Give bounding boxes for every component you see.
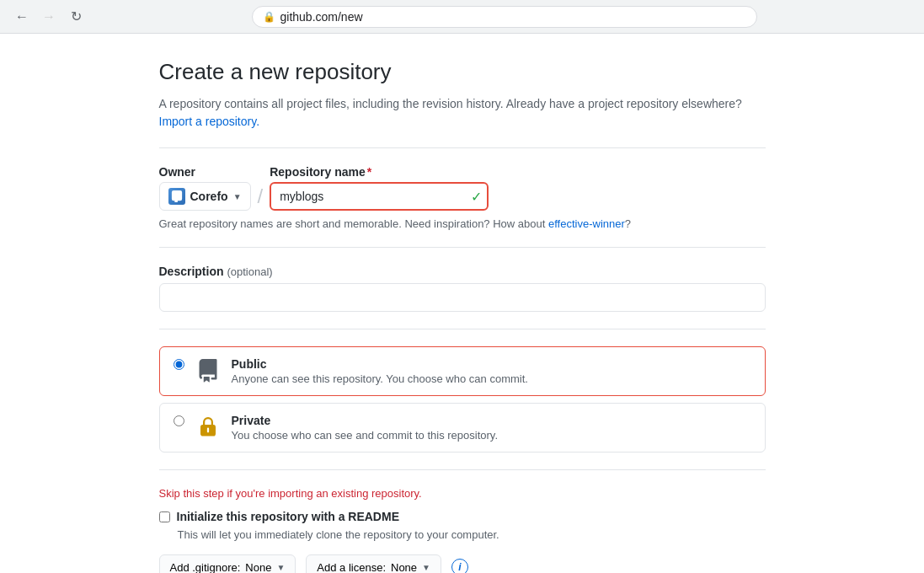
section-divider-4 — [159, 469, 766, 470]
license-dropdown[interactable]: Add a license: None ▼ — [306, 554, 441, 573]
owner-repo-row: Owner Corefo ▼ / Repository name* ✓ — [159, 165, 766, 211]
init-readme-label: Initialize this repository with a README — [177, 510, 399, 523]
visibility-section: Public Anyone can see this repository. Y… — [159, 346, 766, 453]
section-divider-3 — [159, 329, 766, 329]
nav-buttons: ← → ↻ — [10, 5, 88, 29]
gitignore-value: None — [245, 561, 271, 574]
repo-name-input[interactable] — [270, 182, 489, 211]
suggestion-link[interactable]: effective-winner — [548, 217, 625, 230]
license-label: Add a license: — [317, 561, 386, 574]
init-readme-desc: This will let you immediately clone the … — [178, 528, 766, 541]
lock-icon: 🔒 — [263, 11, 275, 23]
slash-separator: / — [258, 182, 264, 211]
import-link[interactable]: Import a repository. — [159, 115, 260, 128]
gitignore-label: Add .gitignore: — [170, 561, 241, 574]
dropdowns-row: Add .gitignore: None ▼ Add a license: No… — [159, 554, 766, 573]
section-divider-2 — [159, 247, 766, 248]
license-arrow-icon: ▼ — [422, 563, 430, 572]
owner-label: Owner — [159, 165, 251, 179]
repo-name-label: Repository name* — [270, 165, 489, 179]
owner-avatar — [168, 188, 185, 205]
page-title: Create a new repository — [159, 59, 766, 85]
page-content: Create a new repository A repository con… — [142, 34, 782, 573]
info-icon[interactable]: i — [451, 559, 468, 573]
page-subtitle: A repository contains all project files,… — [159, 95, 766, 131]
repo-hint: Great repository names are short and mem… — [159, 217, 766, 230]
url-text: github.com/new — [280, 10, 746, 24]
reload-button[interactable]: ↻ — [64, 5, 88, 29]
repo-name-wrapper: ✓ — [270, 182, 489, 211]
public-option[interactable]: Public Anyone can see this repository. Y… — [159, 346, 766, 396]
section-divider-1 — [159, 147, 766, 148]
browser-chrome: ← → ↻ 🔒 github.com/new — [0, 0, 924, 34]
public-icon — [195, 357, 222, 384]
private-text: Private You choose who can see and commi… — [232, 414, 499, 442]
owner-field-group: Owner Corefo ▼ — [159, 165, 251, 211]
gitignore-dropdown[interactable]: Add .gitignore: None ▼ — [159, 554, 296, 573]
owner-select[interactable]: Corefo ▼ — [159, 182, 251, 211]
owner-dropdown-arrow: ▼ — [233, 192, 242, 201]
skip-step-text: Skip this step if you're importing an ex… — [159, 487, 766, 500]
description-input[interactable] — [159, 283, 766, 312]
license-value: None — [391, 561, 417, 574]
gitignore-arrow-icon: ▼ — [276, 563, 285, 572]
repo-name-field-group: Repository name* ✓ — [270, 165, 489, 211]
address-bar[interactable]: 🔒 github.com/new — [252, 6, 757, 28]
public-radio[interactable] — [174, 359, 184, 370]
private-option[interactable]: Private You choose who can see and commi… — [159, 403, 766, 453]
back-button[interactable]: ← — [10, 5, 34, 29]
public-text: Public Anyone can see this repository. Y… — [232, 357, 528, 385]
private-icon — [195, 414, 222, 441]
owner-name: Corefo — [190, 190, 228, 203]
init-readme-row: Initialize this repository with a README — [159, 510, 766, 523]
description-label: Description (optional) — [159, 265, 766, 278]
forward-button[interactable]: → — [37, 5, 61, 29]
init-readme-checkbox[interactable] — [159, 511, 170, 522]
description-section: Description (optional) — [159, 265, 766, 312]
private-radio[interactable] — [174, 415, 184, 426]
